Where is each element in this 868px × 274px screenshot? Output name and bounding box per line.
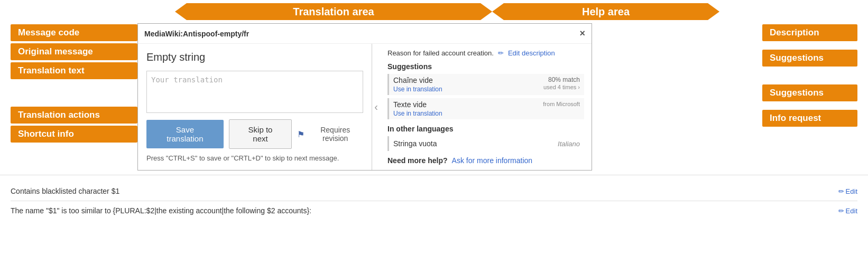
translation-arrow-bar: Translation area (187, 3, 481, 20)
other-languages-title: In other languages (387, 125, 584, 133)
action-buttons: Save translation Skip to next ⚑ Requires… (146, 119, 363, 149)
suggestion-meta-2: from Microsoft (543, 100, 580, 108)
left-labels-column: Message code Original message Translatio… (11, 23, 137, 144)
top-arrows-row: Translation area Help area (0, 0, 868, 23)
skip-to-next-button[interactable]: Skip to next (229, 119, 292, 149)
help-arrow-full: Help area (492, 3, 719, 20)
translation-textarea[interactable] (146, 71, 363, 113)
edit-label-2: Edit (846, 207, 857, 215)
shortcut-hint-text: Press "CTRL+S" to save or "CRTL+D" to sk… (146, 154, 363, 162)
main-content-row: Message code Original message Translatio… (0, 23, 868, 171)
suggestion-left-2: Texte vide Use in translation (393, 100, 442, 117)
dialog-box: MediaWiki:Antispoof-empty/fr × Empty str… (137, 23, 592, 171)
help-area-arrow: Help area (492, 3, 719, 20)
translation-area-label: Translation area (293, 6, 374, 18)
ask-for-info-link[interactable]: Ask for more information (452, 156, 533, 165)
suggestion-text-1: Chaîne vide (393, 76, 433, 84)
shortcut-info-label: Shortcut info (11, 126, 137, 143)
other-lang-text-1: Stringa vuota (393, 139, 437, 148)
translation-arrow-left-head (175, 3, 187, 20)
bottom-row-1: Contains blacklisted character $1 ✏ Edit (11, 182, 857, 201)
revision-flag-icon: ⚑ (297, 129, 304, 139)
edit-label-1: Edit (846, 187, 857, 195)
suggestion-row-2: Texte vide Use in translation from Micro… (393, 100, 580, 117)
dialog-close-button[interactable]: × (579, 28, 585, 39)
spacer-r3 (762, 103, 857, 109)
edit-description-icon: ✏ (498, 49, 504, 57)
suggestion-left-1: Chaîne vide Use in translation (393, 76, 442, 93)
suggestion-match-1: 80% match (548, 76, 580, 83)
original-message-text: Empty string (146, 51, 363, 63)
spacer-r2 (762, 69, 857, 83)
edit-description-link[interactable]: Edit description (508, 49, 555, 57)
original-message-label: Original message (11, 43, 137, 60)
dialog-left-pane: Empty string Save translation Skip to ne… (138, 44, 372, 170)
info-request-right-label: Info request (762, 110, 857, 127)
help-arrow-bar: Help area (504, 3, 708, 20)
suggestions-right-label-2: Suggestions (762, 84, 857, 101)
description-text: Reason for failed account creation. (387, 49, 494, 57)
bottom-row-2: The name "$1" is too similar to {PLURAL:… (11, 201, 857, 220)
bottom-edit-link-2[interactable]: ✏ Edit (838, 207, 857, 215)
use-in-translation-link-1[interactable]: Use in translation (393, 86, 442, 93)
bottom-edit-link-1[interactable]: ✏ Edit (838, 187, 857, 195)
help-area-label: Help area (582, 6, 630, 18)
help-arrow-left-head (492, 3, 504, 20)
suggestions-right-label-1: Suggestions (762, 50, 857, 67)
requires-revision-button[interactable]: ⚑ Requires revision (297, 126, 363, 143)
help-description-row: Reason for failed account creation. ✏ Ed… (387, 49, 584, 57)
suggestions-title: Suggestions (387, 62, 584, 71)
revision-button-label: Requires revision (307, 126, 363, 143)
description-right-label: Description (762, 24, 857, 41)
translation-area-arrow: Translation area (175, 3, 492, 20)
other-language-item-1: Stringa vuota Italiano (387, 136, 584, 151)
help-arrow-right-head (708, 3, 719, 20)
bottom-section: Contains blacklisted character $1 ✏ Edit… (0, 175, 868, 226)
language-name-1: Italiano (558, 140, 580, 148)
need-help-label: Need more help? (387, 156, 448, 165)
dialog-right-pane: Reason for failed account creation. ✏ Ed… (380, 44, 592, 170)
message-code-label: Message code (11, 24, 137, 41)
center-column: MediaWiki:Antispoof-empty/fr × Empty str… (137, 23, 757, 171)
spacer-r1 (762, 43, 857, 49)
edit-icon-1: ✏ (838, 187, 844, 195)
suggestion-source-2: from Microsoft (543, 101, 580, 107)
dialog-title: MediaWiki:Antispoof-empty/fr (144, 30, 249, 38)
suggestion-meta-1: 80% match used 4 times › (543, 76, 580, 91)
page-layout: Translation area Help area Message code … (0, 0, 868, 226)
suggestion-text-2: Texte vide (393, 100, 427, 109)
suggestion-row-1: Chaîne vide Use in translation 80% match… (393, 76, 580, 93)
translation-arrow-right-head (481, 3, 492, 20)
dialog-separator-chevron: ‹ (372, 44, 380, 170)
translation-arrow-full: Translation area (175, 3, 492, 20)
edit-icon-2: ✏ (838, 207, 844, 215)
right-labels-column: Description Suggestions Suggestions Info… (757, 23, 857, 128)
suggestion-usage-1: used 4 times › (543, 84, 580, 90)
use-in-translation-link-2[interactable]: Use in translation (393, 110, 442, 117)
save-translation-button[interactable]: Save translation (146, 120, 224, 148)
dialog-header: MediaWiki:Antispoof-empty/fr × (138, 24, 592, 44)
bottom-row-text-2: The name "$1" is too similar to {PLURAL:… (11, 206, 311, 215)
bottom-row-text-1: Contains blacklisted character $1 (11, 187, 119, 195)
spacer-1 (11, 81, 137, 106)
need-help-row: Need more help? Ask for more information (387, 156, 584, 165)
translation-text-label: Translation text (11, 62, 137, 79)
suggestion-item-2: Texte vide Use in translation from Micro… (387, 98, 584, 119)
suggestion-item-1: Chaîne vide Use in translation 80% match… (387, 74, 584, 95)
translation-actions-label: Translation actions (11, 107, 137, 124)
dialog-content: Empty string Save translation Skip to ne… (138, 44, 592, 170)
